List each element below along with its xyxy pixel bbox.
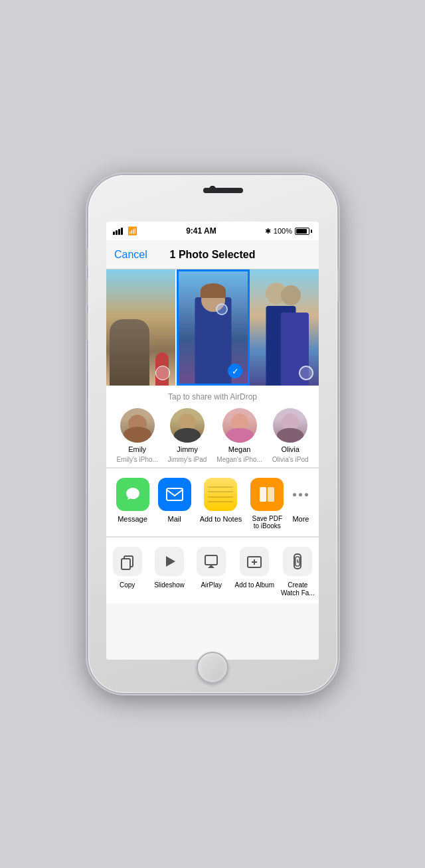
create-watch-label: CreateWatch Fa... [281,581,315,597]
notes-icon [204,478,237,511]
contact-megan[interactable]: Megan Megan's iPho... [216,408,262,463]
slideshow-icon [161,553,178,570]
app-message[interactable]: Message [116,478,149,523]
slideshow-label: Slideshow [154,581,185,589]
airdrop-section: Tap to share with AirDrop Emily Emily's … [106,386,319,468]
contact-name-jimmy: Jimmy [177,445,198,453]
photo-cell-1[interactable] [106,269,177,386]
photo-cell-3[interactable] [250,269,319,386]
avatar-emily [120,408,155,443]
contact-name-megan: Megan [228,445,251,453]
contact-device-jimmy: Jimmy's iPad [168,456,207,463]
mute-switch [86,248,88,267]
airplay-label: AirPlay [201,581,222,589]
share-sheet: Tap to share with AirDrop Emily Emily's … [106,386,319,660]
svg-rect-1 [260,487,266,502]
add-to-album-icon-wrap [240,547,269,576]
contact-device-megan: Megan's iPho... [216,456,262,463]
home-button[interactable] [197,652,228,684]
nav-title: 1 Photo Selected [170,249,256,261]
selection-circle-1[interactable] [155,366,170,380]
svg-marker-5 [166,556,175,567]
contact-jimmy[interactable]: Jimmy Jimmy's iPad [168,408,207,463]
signal-icon [113,228,123,235]
battery-icon [295,228,312,235]
action-copy[interactable]: Copy [109,547,146,589]
bluetooth-icon: ✱ [265,227,271,236]
more-dots-icon [293,478,308,511]
bubble [216,303,228,315]
selection-circle-2[interactable]: ✓ [228,364,242,378]
head-3b [281,285,301,305]
add-to-album-label: Add to Album [235,581,274,589]
message-icon-svg [124,485,142,504]
mail-icon-svg [165,487,184,502]
status-right: ✱ 100% [265,227,312,236]
status-bar: 📶 9:41 AM ✱ 100% [106,222,319,240]
airdrop-label: Tap to share with AirDrop [106,392,319,401]
app-notes[interactable]: Add to Notes [200,478,242,523]
ibooks-icon [250,478,284,511]
svg-rect-2 [268,487,274,502]
speaker [203,188,243,193]
copy-label: Copy [120,581,135,589]
airplay-icon-wrap [197,547,226,576]
avatar-jimmy [170,408,205,443]
status-left: 📶 [113,226,137,236]
battery-percent: 100% [274,227,292,235]
apps-section: Message Mail [106,469,319,537]
wifi-icon: 📶 [128,226,137,236]
action-slideshow[interactable]: Slideshow [151,547,188,589]
rock-decoration [110,319,149,386]
copy-icon [119,553,136,570]
screen: 📶 9:41 AM ✱ 100% Cancel 1 Photo Selected [106,222,319,660]
hair-2 [201,283,226,298]
create-watch-icon [289,553,306,570]
svg-rect-0 [167,488,183,500]
add-to-album-icon [246,553,263,570]
contact-name-olivia: Olivia [281,445,299,453]
airdrop-contacts: Emily Emily's iPho... Jimmy Jimmy's iPad… [106,408,319,463]
volume-up-button [86,278,88,306]
mail-label: Mail [168,515,181,523]
photos-grid: ✓ [106,269,319,386]
message-icon [116,478,149,511]
avatar-megan [222,408,257,443]
mail-icon [158,478,191,511]
notes-label: Add to Notes [200,515,242,523]
contact-emily[interactable]: Emily Emily's iPho... [116,408,157,463]
nav-bar: Cancel 1 Photo Selected [106,240,319,269]
status-time: 9:41 AM [186,226,216,236]
notes-lines [204,478,237,511]
contact-device-olivia: Olivia's iPod [272,456,309,463]
svg-rect-4 [122,559,130,569]
airplay-icon [203,553,220,570]
action-create-watch[interactable]: CreateWatch Fa... [279,547,316,597]
ibooks-label: Save PDFto iBooks [252,515,283,530]
avatar-olivia [273,408,307,443]
action-add-to-album[interactable]: Add to Album [235,547,274,589]
selection-circle-3[interactable] [299,366,313,380]
contact-olivia[interactable]: Olivia Olivia's iPod [272,408,309,463]
contact-name-emily: Emily [128,445,146,453]
copy-icon-wrap [113,547,142,576]
message-label: Message [118,515,147,523]
cancel-button[interactable]: Cancel [114,249,147,261]
ibooks-icon-svg [258,486,276,503]
app-ibooks[interactable]: Save PDFto iBooks [250,478,284,530]
app-more[interactable]: More [292,478,309,523]
power-button [337,268,340,301]
volume-down-button [86,313,88,340]
action-airplay[interactable]: AirPlay [193,547,230,589]
phone-frame: 📶 9:41 AM ✱ 100% Cancel 1 Photo Selected [88,175,337,693]
more-label: More [292,515,309,523]
actions-section: Copy Slideshow [106,538,319,604]
slideshow-icon-wrap [155,547,184,576]
svg-rect-6 [205,555,217,565]
create-watch-icon-wrap [283,547,312,576]
app-mail[interactable]: Mail [158,478,191,523]
contact-device-emily: Emily's iPho... [116,456,157,463]
photo-cell-2[interactable]: ✓ [177,269,250,386]
